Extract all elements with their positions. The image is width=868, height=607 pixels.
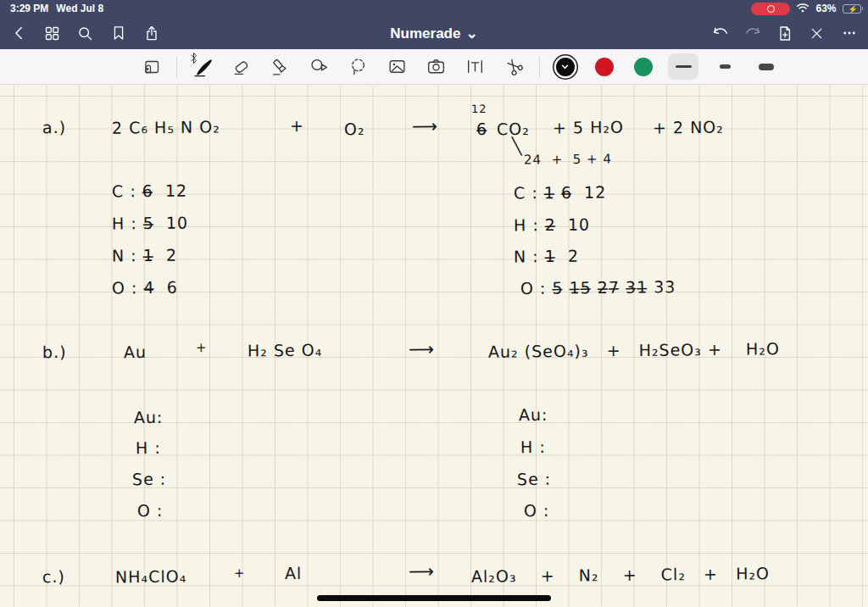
a-left-tally-h: H : 5̶ 10 (112, 214, 188, 233)
a-coeff-corrected: 12 (471, 103, 487, 115)
lasso-tool[interactable] (344, 53, 372, 81)
b-left-tally-o: O : (137, 501, 164, 520)
a-note-slash: ╲ (512, 136, 523, 155)
note-title: Numerade (390, 25, 460, 42)
close-button[interactable] (804, 21, 829, 46)
color-swatch-red[interactable] (590, 53, 618, 81)
photo-tool[interactable] (383, 53, 411, 81)
c-reactant-1: NH₄ClO₄ (115, 567, 186, 587)
b-plus: + (196, 340, 208, 355)
date: Wed Jul 8 (56, 3, 103, 14)
navigation-bar: Numerade⌄ (0, 17, 868, 49)
battery-percent: 63% (815, 3, 836, 14)
c-arrow: ⟶ (409, 561, 434, 582)
a-note: 24 + 5 + 4 (524, 151, 612, 167)
more-options-button[interactable] (837, 21, 861, 46)
a-left-tally-o: O : 4̶ 6 (112, 278, 178, 298)
a-right-tally-o: O : 5̶ 1̶5̶ 2̶7̶ 3̶1̶ 33 (520, 277, 676, 298)
a-product-2: + 5 H₂O (553, 118, 624, 137)
b-products: Au₂ (SeO₄)₃ + H₂SeO₃ + H₂O (488, 339, 780, 361)
a-left-tally-c: C : 6̶ 12 (112, 181, 187, 201)
a-product-1: CO₂ (497, 120, 530, 138)
screen-recording-indicator[interactable] (751, 3, 790, 15)
toolbar-divider (539, 56, 540, 78)
c-plus: + (234, 565, 246, 581)
color-swatch-black[interactable] (551, 53, 579, 81)
b-right-tally-h: H : (520, 437, 546, 456)
back-button[interactable] (7, 21, 31, 46)
b-reactant-2: H₂ Se O₄ (248, 341, 323, 360)
scissors-tool[interactable] (500, 53, 528, 81)
b-left-tally-au: Au: (134, 408, 164, 426)
b-reactant-1: Au (124, 342, 147, 361)
a-arrow: ⟶ (412, 116, 437, 136)
note-canvas[interactable]: a.) 2 C₆ H₅ N O₂ + O₂ ⟶ 12 6̶ CO₂ + 5 H₂… (0, 86, 868, 607)
b-left-tally-se: Se : (132, 470, 166, 488)
toolbar-divider (176, 56, 177, 78)
home-indicator[interactable] (317, 595, 551, 601)
c-reactant-2: Al (285, 564, 303, 582)
ipad-screen: 3:29 PM Wed Jul 8 63% ⚡ (0, 0, 868, 607)
a-plus: + (290, 116, 304, 135)
stroke-width-medium[interactable] (709, 53, 740, 80)
search-button[interactable] (73, 21, 97, 46)
redo-button[interactable] (740, 21, 765, 46)
undo-button[interactable] (708, 21, 732, 46)
stroke-width-thin[interactable] (668, 53, 698, 80)
eraser-tool[interactable] (227, 53, 255, 81)
add-page-button[interactable] (772, 21, 797, 46)
wifi-icon (796, 3, 810, 15)
clock: 3:29 PM (10, 3, 48, 14)
a-left-tally-n: N : 1̶ 2 (112, 246, 177, 265)
chevron-down-icon: ⌄ (465, 25, 477, 42)
page-panel-tool[interactable] (137, 53, 165, 81)
text-tool[interactable] (461, 53, 489, 81)
shapes-tool[interactable] (305, 53, 333, 81)
section-c-label: c.) (42, 567, 65, 586)
camera-tool[interactable] (422, 53, 450, 81)
pen-tool[interactable] (188, 53, 216, 81)
c-products: Al₂O₃ + N₂ + Cl₂ + H₂O (471, 564, 770, 586)
record-icon (767, 5, 775, 13)
share-button[interactable] (139, 21, 164, 46)
a-right-tally-h: H : 2̶ 10 (514, 215, 590, 235)
a-reactant-2: O₂ (344, 120, 365, 138)
bookmark-button[interactable] (106, 21, 131, 46)
a-right-tally-n: N : 1̶ 2 (514, 247, 579, 266)
b-right-tally-se: Se : (517, 470, 551, 488)
b-arrow: ⟶ (409, 339, 434, 359)
charging-bolt-icon: ⚡ (849, 5, 858, 14)
a-right-tally-c: C : 1̶ 6̶ 12 (514, 182, 606, 202)
stroke-width-thick[interactable] (751, 53, 782, 80)
notes-grid-button[interactable] (40, 21, 64, 46)
b-left-tally-h: H : (136, 438, 161, 457)
battery-icon: ⚡ (843, 4, 861, 14)
a-product-3: + 2 NO₂ (653, 118, 724, 137)
b-right-tally-o: O : (524, 501, 550, 520)
section-a-label: a.) (42, 118, 66, 136)
b-right-tally-au: Au: (519, 405, 548, 424)
status-bar: 3:29 PM Wed Jul 8 63% ⚡ (0, 0, 868, 17)
section-b-label: b.) (42, 342, 67, 361)
drawing-toolbar (0, 49, 868, 85)
color-swatch-green[interactable] (629, 53, 657, 81)
bluetooth-icon (189, 52, 198, 68)
a-reactant-1: 2 C₆ H₅ N O₂ (112, 117, 220, 136)
chevron-down-icon (561, 64, 569, 70)
highlighter-tool[interactable] (266, 53, 294, 81)
a-coeff-struck: 6̶ (476, 120, 487, 138)
